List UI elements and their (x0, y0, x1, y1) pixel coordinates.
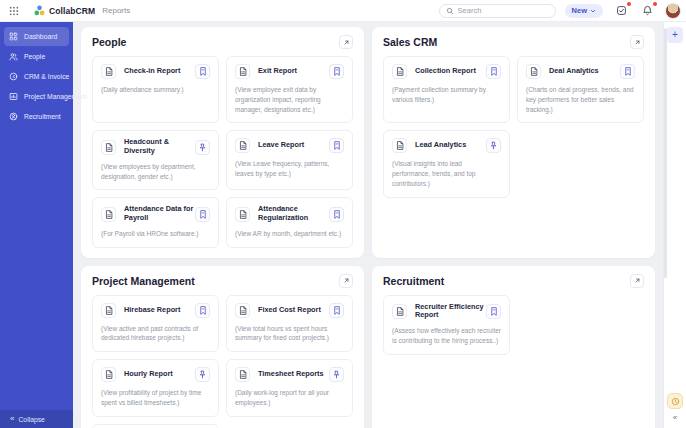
report-card[interactable]: Attendance Data for Payroll (For Payroll… (92, 197, 219, 247)
report-card-description: (View employees by department, designati… (101, 162, 210, 182)
sidebar-item-recruitment[interactable]: Recruitment (4, 107, 69, 126)
report-card-description: (View profitability of project by time s… (101, 388, 210, 408)
bookmark-icon[interactable] (486, 304, 501, 319)
report-card[interactable]: Check-in Report (Daily attendance summar… (92, 56, 219, 123)
history-clock-button[interactable] (667, 393, 683, 409)
topbar: CollabCRM Reports New (0, 0, 686, 22)
report-card[interactable]: Fixed Cost Report (View total hours vs s… (226, 295, 353, 353)
notification-dot (653, 2, 657, 6)
dashboard-icon (9, 32, 18, 41)
section-cards: Check-in Report (Daily attendance summar… (92, 56, 353, 248)
file-icon (392, 64, 407, 79)
messages-icon[interactable] (614, 3, 629, 18)
section-title: Project Management (92, 275, 195, 287)
bookmark-icon[interactable] (329, 303, 344, 318)
sidebar-collapse-button[interactable]: « Collapse (0, 410, 73, 428)
report-card-description: (View employee exit data by organization… (235, 85, 344, 114)
report-card-description: (View active and past contracts of dedic… (101, 324, 210, 344)
file-icon (392, 138, 407, 153)
bookmark-icon[interactable] (620, 64, 635, 79)
report-card-description: (View total hours vs spent hours summary… (235, 324, 344, 344)
sidebar-item-people[interactable]: People (4, 47, 69, 66)
sidebar-item-label: Recruitment (24, 113, 61, 120)
section-title: Sales CRM (383, 36, 437, 48)
section-header: Project Management (92, 274, 353, 288)
section-header: Recruitment (383, 274, 644, 288)
section-title: Recruitment (383, 275, 444, 287)
sidebar-item-label: Dashboard (24, 33, 57, 40)
expand-section-button[interactable] (630, 35, 644, 49)
report-card[interactable]: Exit Report (View employee exit data by … (226, 56, 353, 123)
bell-icon[interactable] (640, 3, 655, 18)
rail-bottom: « (667, 393, 683, 422)
report-card[interactable]: Hirebase Report (View active and past co… (92, 295, 219, 353)
report-card-description: (Visual insights into lead performance, … (392, 159, 501, 188)
expand-section-button[interactable] (630, 274, 644, 288)
report-card[interactable]: Hourly Report (View profitability of pro… (92, 359, 219, 417)
sidebar: Dashboard People CRM & Invoice Project M… (0, 22, 73, 428)
project-icon (9, 92, 18, 101)
pin-icon[interactable] (329, 367, 344, 382)
report-card-title: Fixed Cost Report (258, 306, 321, 315)
collabcrm-app: CollabCRM Reports New (0, 0, 686, 428)
report-card-title: Hirebase Report (124, 306, 180, 315)
sidebar-item-label: Project Management (24, 93, 87, 100)
expand-section-button[interactable] (339, 35, 353, 49)
collapse-chevrons-icon: « (10, 415, 14, 423)
sidebar-item-label: CRM & Invoice (24, 73, 69, 80)
report-card-title: Attendance Data for Payroll (124, 205, 195, 223)
sidebar-item-label: People (24, 53, 45, 60)
report-card[interactable]: Leave Report (View Leave frequency, patt… (226, 130, 353, 190)
sidebar-item-dashboard[interactable]: Dashboard (4, 27, 69, 46)
report-card[interactable]: Lead Analytics (Visual insights into lea… (383, 130, 510, 197)
report-section: Recruitment Recruiter Efficiency Report (372, 266, 655, 428)
expand-section-button[interactable] (339, 274, 353, 288)
pin-icon[interactable] (195, 140, 210, 155)
bookmark-icon[interactable] (329, 64, 344, 79)
collapse-label: Collapse (18, 416, 44, 423)
sidebar-item-project-management[interactable]: Project Management (4, 87, 69, 106)
report-card-title: Collection Report (415, 67, 476, 76)
search-box[interactable] (439, 4, 556, 18)
collabcrm-logo-icon[interactable] (34, 5, 45, 16)
recruitment-icon (9, 112, 18, 121)
bookmark-icon[interactable] (486, 64, 501, 79)
report-card-description: (Assess how effectively each recruiter i… (392, 326, 501, 346)
report-card[interactable]: Attendance Regularization (View AR by mo… (226, 197, 353, 247)
report-card-title: Hourly Report (124, 370, 173, 379)
expand-arrow-icon (343, 39, 350, 46)
section-cards: Hirebase Report (View active and past co… (92, 295, 353, 428)
report-card[interactable]: Headcount & Diversity (View employees by… (92, 130, 219, 190)
report-card-description: (Payment collection summary by various f… (392, 85, 501, 105)
pin-icon[interactable] (195, 367, 210, 382)
file-icon (235, 138, 250, 153)
file-icon (235, 303, 250, 318)
section-header: People (92, 35, 353, 49)
new-button[interactable]: New (565, 4, 603, 18)
bookmark-icon[interactable] (195, 207, 210, 222)
report-card-title: Lead Analytics (415, 141, 466, 150)
file-icon (101, 367, 116, 382)
report-card[interactable]: Timesheet Reports (Daily work-log report… (226, 359, 353, 417)
section-title: People (92, 36, 126, 48)
bookmark-icon[interactable] (195, 303, 210, 318)
expand-arrow-icon (634, 39, 641, 46)
report-card[interactable]: Deal Analytics (Charts on deal progress,… (517, 56, 644, 123)
report-card[interactable]: Recruiter Efficiency Report (Assess how … (383, 295, 510, 355)
pin-icon[interactable] (486, 138, 501, 153)
report-card[interactable]: Timespent Report (View resource-wise tot… (92, 424, 219, 428)
file-icon (101, 207, 116, 222)
user-avatar[interactable] (665, 3, 681, 19)
report-card-title: Check-in Report (124, 67, 180, 76)
file-icon (101, 140, 116, 155)
bookmark-icon[interactable] (195, 64, 210, 79)
report-card[interactable]: Collection Report (Payment collection su… (383, 56, 510, 123)
bookmark-icon[interactable] (329, 138, 344, 153)
search-input[interactable] (458, 6, 549, 15)
bookmark-icon[interactable] (329, 207, 344, 222)
app-launcher-icon[interactable] (8, 5, 20, 17)
rail-collapse-icon[interactable]: « (673, 414, 677, 422)
sidebar-item-crm-invoice[interactable]: CRM & Invoice (4, 67, 69, 86)
scrollbar[interactable] (664, 28, 667, 278)
add-widget-button[interactable]: + (667, 27, 683, 43)
